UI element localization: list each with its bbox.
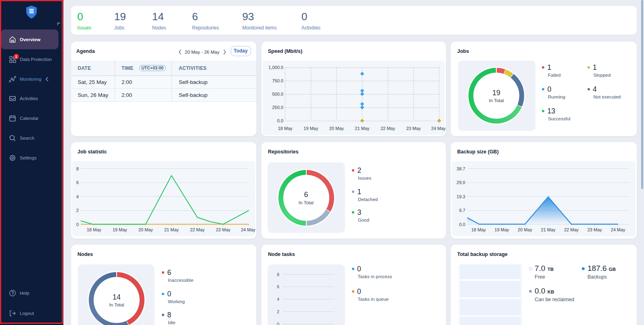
svg-text:24 May: 24 May — [431, 126, 446, 131]
svg-text:22 May: 22 May — [381, 126, 395, 131]
svg-text:0.0: 0.0 — [459, 222, 465, 227]
svg-text:24 May: 24 May — [241, 227, 256, 232]
svg-text:20 May: 20 May — [138, 227, 153, 232]
svg-text:23 May: 23 May — [406, 126, 421, 131]
svg-text:18 May: 18 May — [278, 126, 293, 131]
svg-text:23 May: 23 May — [216, 227, 231, 232]
svg-text:38.7: 38.7 — [457, 166, 465, 171]
svg-text:23 May: 23 May — [588, 227, 602, 232]
svg-text:22 May: 22 May — [564, 227, 579, 232]
svg-text:0: 0 — [277, 322, 279, 325]
svg-text:4: 4 — [76, 194, 79, 199]
svg-text:19.3: 19.3 — [457, 194, 465, 199]
svg-text:18 May: 18 May — [87, 227, 102, 232]
svg-text:2: 2 — [277, 309, 279, 314]
svg-text:21 May: 21 May — [541, 227, 556, 232]
svg-text:18 May: 18 May — [471, 227, 486, 232]
svg-text:250.0: 250.0 — [272, 105, 283, 110]
svg-text:22 May: 22 May — [190, 227, 205, 232]
svg-text:21 May: 21 May — [164, 227, 179, 232]
svg-text:6: 6 — [277, 284, 279, 289]
svg-text:2: 2 — [76, 208, 79, 213]
svg-text:750.0: 750.0 — [272, 78, 283, 83]
svg-text:1,000.0: 1,000.0 — [268, 65, 283, 70]
svg-text:0.0: 0.0 — [277, 118, 283, 123]
svg-text:29.0: 29.0 — [457, 180, 465, 185]
svg-text:4: 4 — [277, 297, 279, 302]
svg-text:19 May: 19 May — [113, 227, 128, 232]
svg-text:19 May: 19 May — [495, 227, 510, 232]
svg-text:500.0: 500.0 — [272, 92, 283, 96]
svg-text:9.7: 9.7 — [459, 208, 465, 213]
svg-text:0: 0 — [76, 222, 79, 227]
svg-text:19 May: 19 May — [303, 126, 318, 131]
svg-text:6: 6 — [76, 180, 79, 185]
svg-text:8: 8 — [76, 166, 79, 171]
svg-text:8: 8 — [277, 272, 279, 277]
svg-text:20 May: 20 May — [329, 126, 344, 131]
svg-text:21 May: 21 May — [355, 126, 370, 131]
svg-text:20 May: 20 May — [518, 227, 533, 232]
svg-text:24 May: 24 May — [611, 227, 626, 232]
